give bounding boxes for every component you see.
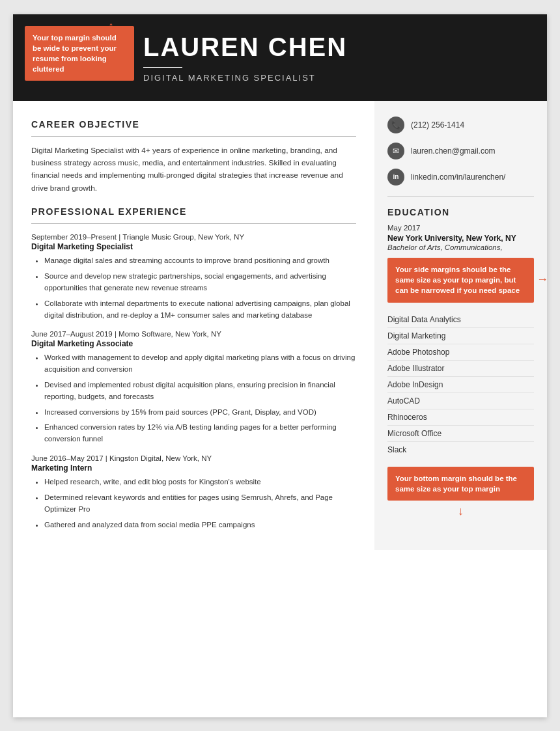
career-objective-section: CAREER OBJECTIVE Digital Marketing Speci… <box>31 119 356 195</box>
linkedin-icon: in <box>387 169 404 186</box>
education-school: New York University, New York, NY <box>387 233 534 244</box>
bottom-margin-tooltip: Your bottom margin should be the same si… <box>387 467 534 501</box>
job-1-role: Digital Marketing Specialist <box>31 242 356 251</box>
email-icon: ✉ <box>387 143 404 159</box>
job-3-meta: June 2016–May 2017 | Kingston Digital, N… <box>31 454 356 462</box>
job-2-role: Digital Marketing Associate <box>31 339 356 348</box>
experience-divider <box>31 223 356 224</box>
skill-item: Rhinoceros <box>387 409 534 426</box>
left-column: CAREER OBJECTIVE Digital Marketing Speci… <box>13 101 374 551</box>
education-degree: Bachelor of Arts, Communications, <box>387 243 534 251</box>
career-objective-text: Digital Marketing Specialist with 4+ yea… <box>31 145 356 195</box>
list-item: Manage digital sales and streaming accou… <box>44 255 356 267</box>
job-2-meta: June 2017–August 2019 | Momo Software, N… <box>31 330 356 338</box>
list-item: Enhanced conversion rates by 12% via A/B… <box>44 422 356 445</box>
skill-item: AutoCAD <box>387 393 534 409</box>
skill-item: Slack <box>387 442 534 458</box>
job-2: June 2017–August 2019 | Momo Software, N… <box>31 330 356 445</box>
contact-linkedin: in linkedin.com/in/laurenchen/ <box>387 169 534 186</box>
career-objective-title: CAREER OBJECTIVE <box>31 119 356 130</box>
phone-icon: 📞 <box>387 117 404 133</box>
career-objective-divider <box>31 136 356 137</box>
skill-item: Adobe InDesign <box>387 377 534 393</box>
body: CAREER OBJECTIVE Digital Marketing Speci… <box>13 101 547 551</box>
list-item: Devised and implemented robust digital a… <box>44 379 356 403</box>
contact-email: ✉ lauren.chen@gmail.com <box>387 143 534 159</box>
resume-page: ↑ Your top margin should be wide to prev… <box>13 14 547 717</box>
list-item: Determined relevant keywords and entitie… <box>44 492 356 516</box>
list-item: Collaborate with internal departments to… <box>44 298 356 322</box>
job-1: September 2019–Present | Triangle Music … <box>31 233 356 321</box>
candidate-name: LAUREN CHEN <box>143 33 527 62</box>
contact-divider <box>387 196 534 197</box>
list-item: Worked with management to develop and ap… <box>44 352 356 376</box>
header-divider <box>143 67 182 68</box>
skill-item: Adobe Photoshop <box>387 344 534 361</box>
candidate-title: DIGITAL MARKETING SPECIALIST <box>143 73 527 83</box>
education-date: May 2017 <box>387 224 534 232</box>
education-section: EDUCATION May 2017 New York University, … <box>387 207 534 252</box>
skill-item: Microsoft Office <box>387 426 534 442</box>
job-1-meta: September 2019–Present | Triangle Music … <box>31 233 356 241</box>
right-column: 📞 (212) 256-1414 ✉ lauren.chen@gmail.com… <box>374 101 547 551</box>
job-1-bullets: Manage digital sales and streaming accou… <box>31 255 356 321</box>
side-margin-tooltip: Your side margins should be the same siz… <box>387 258 534 302</box>
education-title: EDUCATION <box>387 207 534 217</box>
job-3-bullets: Helped research, write, and edit blog po… <box>31 476 356 531</box>
job-3-role: Marketing Intern <box>31 463 356 473</box>
side-arrow-icon: → <box>537 272 548 288</box>
skill-item: Adobe Illustrator <box>387 361 534 377</box>
header: ↑ Your top margin should be wide to prev… <box>13 14 547 101</box>
contact-phone: 📞 (212) 256-1414 <box>387 117 534 133</box>
experience-title: PROFESSIONAL EXPERIENCE <box>31 206 356 217</box>
job-2-bullets: Worked with management to develop and ap… <box>31 352 356 445</box>
list-item: Source and develop new strategic partner… <box>44 271 356 294</box>
contact-section: 📞 (212) 256-1414 ✉ lauren.chen@gmail.com… <box>387 117 534 186</box>
skill-item: Digital Marketing <box>387 328 534 344</box>
skill-item: Digital Data Analytics <box>387 312 534 328</box>
list-item: Gathered and analyzed data from social m… <box>44 519 356 531</box>
list-item: Increased conversions by 15% from paid s… <box>44 407 356 419</box>
top-margin-tooltip: Your top margin should be wide to preven… <box>25 26 134 81</box>
list-item: Helped research, write, and edit blog po… <box>44 476 356 488</box>
job-3: June 2016–May 2017 | Kingston Digital, N… <box>31 454 356 531</box>
experience-section: PROFESSIONAL EXPERIENCE September 2019–P… <box>31 206 356 531</box>
bottom-arrow-icon: ↓ <box>387 504 534 523</box>
skills-section: Digital Data Analytics Digital Marketing… <box>387 312 534 458</box>
